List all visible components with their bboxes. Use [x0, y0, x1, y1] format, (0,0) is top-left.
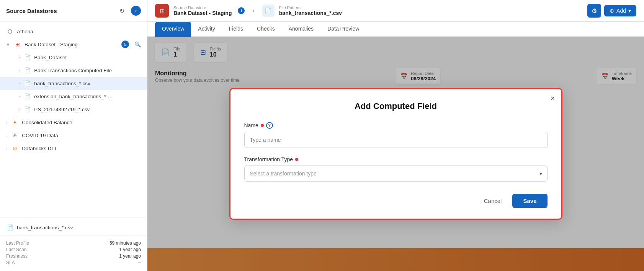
name-input[interactable] — [244, 132, 548, 148]
save-button[interactable]: Save — [512, 194, 547, 208]
source-label: Source Datastore — [173, 5, 232, 10]
sidebar-items-list: ⬡ Athena ▼ ⊞ Bank Dataset - Staging 5 🔍 … — [0, 22, 147, 217]
sidebar-item-ps-file[interactable]: › 📄 PS_20174392719_*.csv — [0, 103, 147, 116]
sla-label: SLA — [6, 260, 15, 265]
main-content: ⊞ Source Datastore Bank Dataset - Stagin… — [147, 0, 644, 271]
cancel-button[interactable]: Cancel — [478, 194, 508, 208]
chevron-right-icon7: › — [6, 133, 7, 138]
name-label: Name ? — [244, 122, 548, 129]
athena-icon: ⬡ — [6, 28, 14, 35]
last-profile-label: Last Profile — [6, 240, 29, 246]
chevron-down-icon: ▼ — [6, 42, 10, 47]
sidebar-item-bank-transactions-computed[interactable]: › 📄 Bank Transactions Computed File — [0, 64, 147, 77]
sidebar-bottom-label: bank_transactions_*.csv — [17, 225, 73, 230]
add-button[interactable]: ⊕ Add ▾ — [604, 5, 636, 16]
source-value: Bank Dataset - Staging — [173, 10, 232, 16]
transformation-select-wrapper: Select a transformation type ▾ — [244, 166, 548, 182]
sla-value: – — [138, 260, 141, 265]
bank-transactions-computed-icon: 📄 — [23, 67, 31, 74]
info-icon: i — [238, 7, 245, 14]
sidebar-item-ps-file-label: PS_20174392719_*.csv — [34, 107, 90, 112]
sidebar: Source Datastores ↻ ‹ ⬡ Athena ▼ ⊞ Bank … — [0, 0, 147, 271]
sidebar-item-bank-staging[interactable]: ▼ ⊞ Bank Dataset - Staging 5 🔍 — [0, 38, 147, 51]
footer-sla: SLA – — [6, 260, 141, 265]
footer-freshness: Freshness 1 year ago — [6, 253, 141, 259]
sidebar-item-bank-transactions-computed-label: Bank Transactions Computed File — [34, 68, 112, 73]
file-pattern-label: File Pattern — [279, 5, 342, 10]
bank-transactions-csv-icon: 📄 — [23, 80, 31, 87]
add-chevron-icon: ▾ — [628, 8, 631, 14]
ps-file-icon: 📄 — [23, 105, 31, 113]
name-required-indicator — [261, 124, 264, 127]
last-profile-value: 59 minutes ago — [110, 240, 141, 246]
chevron-right-icon8: › — [6, 146, 7, 151]
tab-anomalies[interactable]: Anomalies — [282, 22, 320, 37]
bank-dataset-icon: 📄 — [23, 54, 31, 61]
tab-activity[interactable]: Activity — [191, 22, 222, 37]
bank-staging-icon: ⊞ — [14, 41, 21, 48]
last-scan-value: 1 year ago — [119, 247, 141, 252]
refresh-button[interactable]: ↻ — [116, 5, 127, 16]
transformation-form-group: Transformation Type Select a transformat… — [244, 156, 548, 182]
tab-fields[interactable]: Fields — [222, 22, 250, 37]
sidebar-item-extension-bank[interactable]: › 📄 extension_bank_transactions_*…. — [0, 90, 147, 103]
transformation-select[interactable]: Select a transformation type — [244, 166, 548, 182]
search-icon[interactable]: 🔍 — [134, 41, 141, 47]
sidebar-item-bank-staging-label: Bank Dataset - Staging — [25, 42, 78, 47]
sidebar-item-databricks[interactable]: › ⊛ Databricks DLT — [0, 142, 147, 155]
collapse-button[interactable]: ‹ — [131, 6, 141, 16]
bank-staging-badge: 5 — [121, 41, 129, 48]
tab-data-preview[interactable]: Data Preview — [320, 22, 366, 37]
modal-close-button[interactable]: × — [551, 94, 555, 102]
transformation-label: Transformation Type — [244, 156, 548, 162]
modal-actions: Cancel Save — [244, 194, 548, 208]
breadcrumb-separator: › — [252, 7, 254, 14]
covid-icon: ✳ — [11, 131, 19, 139]
footer-last-profile: Last Profile 59 minutes ago — [6, 240, 141, 246]
name-help-icon[interactable]: ? — [266, 122, 273, 129]
sidebar-item-consolidated[interactable]: › ✦ Consolidated Balance — [0, 116, 147, 129]
sidebar-item-bank-transactions-csv[interactable]: › 📄 bank_transactions_*.csv — [0, 77, 147, 90]
sidebar-title: Source Datastores — [6, 8, 57, 14]
sidebar-item-extension-bank-label: extension_bank_transactions_*…. — [34, 94, 113, 99]
tab-overview[interactable]: Overview — [155, 22, 191, 37]
chevron-right-icon: › — [18, 55, 20, 60]
sidebar-item-covid-label: COVID-19 Data — [22, 133, 58, 138]
add-computed-field-modal: × Add Computed Field Name ? Transformati… — [229, 88, 562, 220]
datastore-icon: ⊞ — [155, 4, 169, 18]
settings-button[interactable]: ⚙ — [587, 4, 601, 18]
freshness-label: Freshness — [6, 253, 28, 259]
add-label: Add — [616, 8, 626, 14]
name-form-group: Name ? — [244, 122, 548, 148]
consolidated-icon: ✦ — [11, 118, 19, 126]
add-icon: ⊕ — [610, 8, 614, 14]
tabs-bar: Overview Activity Fields Checks Anomalie… — [147, 22, 644, 37]
sidebar-item-bank-dataset-label: Bank_Dataset — [34, 55, 67, 60]
freshness-value: 1 year ago — [119, 253, 141, 259]
sidebar-footer: Last Profile 59 minutes ago Last Scan 1 … — [0, 235, 147, 271]
databricks-icon: ⊛ — [11, 144, 19, 152]
chevron-right-icon4: › — [18, 94, 20, 99]
sidebar-item-bank-dataset[interactable]: › 📄 Bank_Dataset — [0, 51, 147, 64]
breadcrumb-file: File Pattern bank_transactions_*.csv — [279, 5, 342, 16]
extension-bank-icon: 📄 — [23, 92, 31, 100]
bottom-file-icon: 📄 — [6, 224, 14, 231]
sidebar-item-bank-transactions-csv-label: bank_transactions_*.csv — [34, 81, 90, 86]
footer-last-scan: Last Scan 1 year ago — [6, 247, 141, 252]
sidebar-item-consolidated-label: Consolidated Balance — [22, 120, 72, 125]
file-pattern-value: bank_transactions_*.csv — [279, 10, 342, 16]
sidebar-header: Source Datastores ↻ ‹ — [0, 0, 147, 22]
topbar: ⊞ Source Datastore Bank Dataset - Stagin… — [147, 0, 644, 22]
chevron-right-icon5: › — [18, 107, 20, 112]
chevron-right-icon2: › — [18, 68, 20, 73]
sidebar-bottom-item[interactable]: 📄 bank_transactions_*.csv — [6, 221, 141, 234]
topbar-actions: ⚙ ⊕ Add ▾ — [587, 4, 636, 18]
sidebar-header-actions: ↻ ‹ — [116, 5, 141, 16]
chevron-right-icon6: › — [6, 120, 7, 125]
last-scan-label: Last Scan — [6, 247, 26, 252]
sidebar-item-athena-label: Athena — [17, 29, 33, 34]
tab-checks[interactable]: Checks — [250, 22, 282, 37]
breadcrumb-source: Source Datastore Bank Dataset - Staging — [173, 5, 232, 16]
sidebar-item-covid[interactable]: › ✳ COVID-19 Data — [0, 129, 147, 142]
sidebar-item-athena[interactable]: ⬡ Athena — [0, 25, 147, 38]
